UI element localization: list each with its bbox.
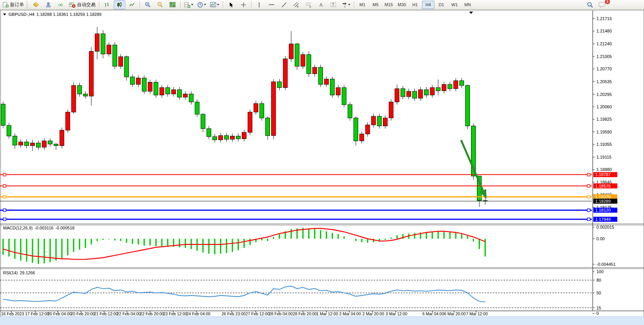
timeframe-H1[interactable]: H1 xyxy=(409,1,421,9)
signals-button[interactable] xyxy=(55,0,67,9)
line-handle[interactable] xyxy=(3,173,6,176)
candle xyxy=(348,104,352,118)
candle xyxy=(178,90,182,97)
candle xyxy=(95,34,99,51)
line-handle[interactable] xyxy=(588,209,590,212)
main-toolbar: 新订单 自动交易 xyxy=(0,0,644,10)
chart-canvas[interactable]: 1.217151.214801.212401.210051.207701.205… xyxy=(0,10,644,316)
timeframe-M30[interactable]: M30 xyxy=(396,1,408,9)
templates-button[interactable] xyxy=(208,0,221,9)
text-button[interactable]: A xyxy=(315,0,327,9)
search-button[interactable] xyxy=(584,0,596,9)
rsi-axis-label: 100 xyxy=(596,269,603,274)
line-chart-icon xyxy=(129,2,135,8)
chevron-down-icon xyxy=(217,4,219,5)
tile-windows-button[interactable] xyxy=(167,0,178,9)
candle xyxy=(465,86,470,126)
metaeditor-diamond-icon xyxy=(33,2,39,7)
zoom-out-button[interactable] xyxy=(154,0,166,9)
arrow-objects-button[interactable] xyxy=(340,0,352,9)
toolbar-right-group: 1 xyxy=(584,0,608,9)
candle xyxy=(107,45,111,54)
time-tick-label: 7 Mar 12:00 xyxy=(466,311,488,316)
timeframe-H4[interactable]: H4 xyxy=(422,1,434,9)
price-badge-label: 1.18575 xyxy=(595,184,611,188)
chevron-down-icon xyxy=(204,4,206,5)
cursor-button[interactable] xyxy=(225,0,237,9)
candlestick-chart-button[interactable] xyxy=(114,0,125,9)
candlestick-chart-icon xyxy=(117,2,123,8)
autotrade-button[interactable]: 自动交易 xyxy=(67,0,97,9)
text-icon: A xyxy=(319,2,324,7)
periods-button[interactable] xyxy=(196,0,208,9)
chat-button[interactable]: 1 xyxy=(596,0,608,9)
fibonacci-button[interactable]: F xyxy=(303,0,314,9)
text-label-button[interactable]: T xyxy=(328,0,339,9)
candle xyxy=(383,118,388,126)
price-tick-label: 1.21240 xyxy=(596,41,612,46)
candle xyxy=(389,102,393,118)
cursor-icon xyxy=(228,2,234,8)
timeframe-M5[interactable]: M5 xyxy=(369,1,382,9)
timeframe-W1[interactable]: W1 xyxy=(448,1,461,9)
crosshair-button[interactable] xyxy=(237,0,249,9)
time-tick-label: 28 Feb 04:00 xyxy=(269,311,293,316)
profile-button[interactable] xyxy=(43,0,54,9)
candle xyxy=(330,79,335,95)
candle xyxy=(13,136,17,145)
line-handle[interactable] xyxy=(588,195,590,198)
zoom-in-button[interactable] xyxy=(142,0,154,9)
trendline-button[interactable] xyxy=(278,0,290,9)
template-icon xyxy=(210,2,216,7)
candle xyxy=(260,104,264,118)
metaeditor-button[interactable] xyxy=(30,0,42,9)
line-handle[interactable] xyxy=(588,173,590,176)
line-handle[interactable] xyxy=(3,209,6,212)
timeframe-MN[interactable]: MN xyxy=(461,1,474,9)
time-tick-label: 20 Feb 20:00 xyxy=(71,311,95,316)
candle xyxy=(77,86,82,94)
candle xyxy=(454,80,458,89)
line-handle[interactable] xyxy=(3,195,6,198)
horizontal-line-button[interactable] xyxy=(266,0,277,9)
candle xyxy=(442,84,446,91)
indicators-button[interactable] xyxy=(183,0,195,9)
time-tick-label: 22 Feb 20:00 xyxy=(140,311,164,316)
new-order-button[interactable]: 新订单 xyxy=(1,0,26,9)
period-clock-icon xyxy=(197,2,203,8)
candle xyxy=(289,44,293,59)
price-tick-label: 1.19355 xyxy=(596,142,612,147)
candle xyxy=(448,84,452,89)
vertical-line-button[interactable] xyxy=(253,0,265,9)
line-handle[interactable] xyxy=(3,218,6,221)
bar-chart-button[interactable] xyxy=(101,0,113,9)
price-badge-label: 1.17949 xyxy=(595,217,611,222)
time-tick-label: 27 Feb 12:00 xyxy=(246,311,270,316)
candle xyxy=(318,67,323,84)
timeframe-M1[interactable]: M1 xyxy=(356,1,369,9)
equidistant-channel-button[interactable]: E xyxy=(290,0,302,9)
vertical-line-icon xyxy=(257,2,261,8)
timeframe-M15[interactable]: M15 xyxy=(383,1,395,9)
line-handle[interactable] xyxy=(3,185,6,187)
candle xyxy=(36,143,41,147)
candle xyxy=(295,44,299,66)
timeframe-D1[interactable]: D1 xyxy=(435,1,448,9)
candle xyxy=(424,90,429,95)
new-order-icon xyxy=(3,2,9,8)
candle xyxy=(301,55,305,66)
price-badge-label: 1.18787 xyxy=(595,172,611,177)
candle xyxy=(42,141,46,147)
candle xyxy=(354,118,358,141)
price-badge-label: 1.18120 xyxy=(595,208,611,212)
candle xyxy=(460,80,464,85)
time-tick-label: 21 Feb 12:00 xyxy=(94,311,118,316)
timeframe-group: M1M5M15M30H1H4D1W1MN xyxy=(356,1,474,9)
line-chart-button[interactable] xyxy=(126,0,138,9)
macd-axis-label: 0.00 xyxy=(596,236,605,241)
line-handle[interactable] xyxy=(588,185,590,187)
candle xyxy=(189,94,193,102)
candle xyxy=(254,104,258,112)
candle xyxy=(160,87,164,95)
line-handle[interactable] xyxy=(588,218,590,221)
